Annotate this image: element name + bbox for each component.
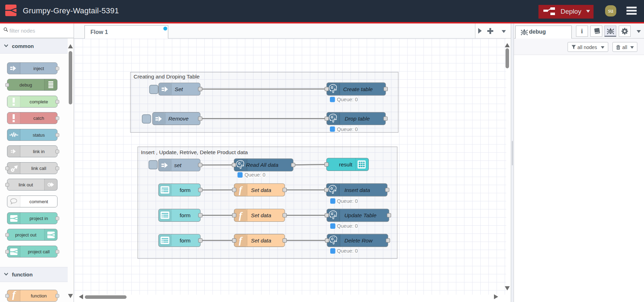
svg-text:Queue: 0: Queue: 0: [337, 126, 358, 132]
svg-text:Queue: 0: Queue: 0: [337, 223, 358, 229]
svg-text:Set data: Set data: [251, 238, 271, 243]
svg-text:Queue: 0: Queue: 0: [337, 198, 358, 204]
svg-text:Insert , Update, Retrive, Dele: Insert , Update, Retrive, Delete Product…: [141, 149, 248, 155]
svg-text:Insert data: Insert data: [344, 187, 370, 193]
svg-text:result: result: [339, 162, 353, 167]
svg-text:Queue: 0: Queue: 0: [337, 248, 358, 254]
svg-text:Set: Set: [175, 86, 183, 92]
svg-text:Set data: Set data: [251, 212, 271, 218]
svg-text:Update Table: Update Table: [344, 212, 377, 218]
svg-text:Creating and Droping Table: Creating and Droping Table: [134, 74, 199, 80]
svg-text:form: form: [180, 187, 191, 193]
svg-text:form: form: [180, 212, 191, 218]
svg-text:set: set: [174, 162, 182, 168]
svg-text:Drop table: Drop table: [345, 116, 370, 122]
svg-text:Queue: 0: Queue: 0: [337, 97, 358, 102]
svg-text:Create table: Create table: [343, 86, 373, 92]
svg-text:form: form: [180, 238, 191, 243]
svg-text:Queue: 0: Queue: 0: [245, 172, 266, 178]
svg-text:Set data: Set data: [251, 187, 271, 193]
svg-text:Read All data: Read All data: [246, 162, 279, 168]
svg-text:Delete Row: Delete Row: [345, 238, 373, 243]
svg-text:Remove: Remove: [168, 116, 189, 122]
